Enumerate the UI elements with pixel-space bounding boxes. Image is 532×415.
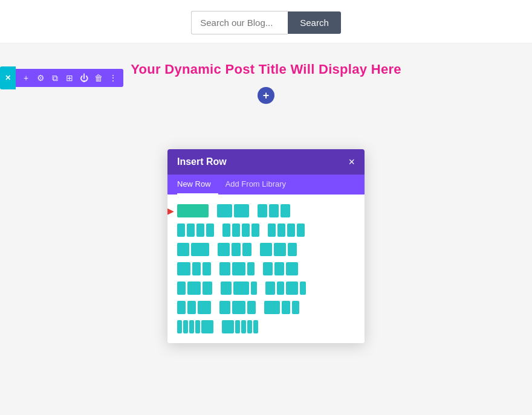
layout-cell bbox=[217, 204, 232, 217]
layout-2col[interactable] bbox=[217, 204, 249, 217]
step-arrow: ▶ bbox=[167, 206, 174, 216]
layout-cell bbox=[287, 224, 295, 237]
layout-cell bbox=[191, 243, 209, 256]
layout-cell bbox=[242, 243, 251, 256]
layout-cell bbox=[300, 281, 306, 295]
layout-row-5 bbox=[177, 281, 355, 295]
search-button[interactable]: Search bbox=[288, 11, 341, 34]
layout-cell bbox=[292, 301, 299, 314]
layout-cell bbox=[177, 204, 209, 217]
layout-cell bbox=[189, 320, 194, 333]
layout-cell bbox=[242, 224, 250, 237]
popup-header: Insert Row × bbox=[167, 149, 365, 175]
layout-cell bbox=[286, 262, 298, 275]
search-input[interactable] bbox=[191, 11, 288, 34]
layout-cell bbox=[206, 224, 214, 237]
layout-row6-b[interactable] bbox=[219, 301, 256, 314]
layout-mixed-a[interactable] bbox=[177, 243, 209, 256]
layout-cell bbox=[265, 281, 275, 295]
layout-row5-b[interactable] bbox=[221, 281, 257, 295]
layout-row6-a[interactable] bbox=[177, 301, 211, 314]
layout-cell bbox=[187, 301, 196, 314]
layout-row7-a[interactable] bbox=[177, 320, 213, 333]
layout-3col[interactable] bbox=[258, 204, 290, 217]
layout-cell bbox=[232, 301, 245, 314]
layout-row4-c[interactable] bbox=[263, 262, 298, 275]
settings-icon[interactable]: ⚙ bbox=[35, 72, 46, 83]
layout-cell bbox=[253, 320, 258, 333]
insert-row-trigger: + bbox=[12, 87, 520, 104]
layout-row5-c[interactable] bbox=[265, 281, 306, 295]
layout-cell bbox=[251, 224, 259, 237]
layout-1col-wrapper: 1 ▶ bbox=[177, 204, 209, 217]
layout-4col-c[interactable] bbox=[268, 224, 305, 237]
layout-cell bbox=[201, 320, 213, 333]
layout-cell bbox=[198, 301, 211, 314]
tab-new-row[interactable]: New Row bbox=[177, 175, 218, 195]
add-icon[interactable]: + bbox=[21, 72, 31, 83]
layout-cell bbox=[277, 281, 284, 295]
layout-cell bbox=[221, 281, 232, 295]
layout-cell bbox=[177, 262, 190, 275]
layout-cell bbox=[234, 204, 249, 217]
toolbar-icons-group: + ⚙ ⧉ ⊞ ⏻ 🗑 ⋮ bbox=[16, 69, 123, 87]
layout-4col-b[interactable] bbox=[222, 224, 259, 237]
layout-cell bbox=[218, 243, 230, 256]
layout-cell bbox=[264, 301, 280, 314]
layout-row6-c[interactable] bbox=[264, 301, 299, 314]
layout-cell bbox=[203, 281, 212, 295]
delete-icon[interactable]: 🗑 bbox=[93, 72, 104, 83]
layout-mixed-b[interactable] bbox=[218, 243, 251, 256]
layout-cell bbox=[196, 224, 204, 237]
layout-cell bbox=[232, 243, 241, 256]
layout-cell bbox=[177, 243, 189, 256]
toolbar-tab-icon: ✕ bbox=[5, 74, 11, 82]
popup-tabs: New Row Add From Library bbox=[167, 175, 365, 195]
layout-cell bbox=[187, 224, 195, 237]
layout-cell bbox=[177, 281, 186, 295]
layout-1col[interactable] bbox=[177, 204, 209, 217]
layout-cell bbox=[222, 320, 234, 333]
popup-title: Insert Row bbox=[177, 156, 227, 167]
layout-row-1: 1 ▶ bbox=[177, 204, 355, 217]
insert-row-popup: Insert Row × New Row Add From Library 1 … bbox=[167, 149, 365, 343]
popup-close-button[interactable]: × bbox=[348, 156, 355, 167]
grid-icon[interactable]: ⊞ bbox=[64, 72, 75, 83]
layout-cell bbox=[286, 281, 298, 295]
toolbar-left-tab[interactable]: ✕ bbox=[0, 66, 16, 89]
layout-cell bbox=[297, 224, 305, 237]
popup-body: 1 ▶ bbox=[167, 195, 365, 343]
header-bar: Search bbox=[0, 0, 532, 43]
layout-cell bbox=[251, 281, 257, 295]
layout-cell bbox=[247, 262, 255, 275]
layout-cell bbox=[222, 224, 230, 237]
layout-row7-b[interactable] bbox=[222, 320, 258, 333]
layout-cell bbox=[233, 281, 249, 295]
layout-4col-a[interactable] bbox=[177, 224, 214, 237]
layout-cell bbox=[281, 204, 290, 217]
more-icon[interactable]: ⋮ bbox=[108, 72, 118, 83]
layout-row-2 bbox=[177, 224, 355, 237]
floating-toolbar: ✕ + ⚙ ⧉ ⊞ ⏻ 🗑 ⋮ bbox=[0, 66, 123, 89]
layout-cell bbox=[274, 243, 286, 256]
layout-cell bbox=[183, 320, 188, 333]
layout-row4-a[interactable] bbox=[177, 262, 211, 275]
layout-cell bbox=[232, 262, 245, 275]
insert-row-button[interactable]: + bbox=[258, 87, 274, 104]
layout-cell bbox=[277, 224, 285, 237]
layout-cell bbox=[288, 243, 297, 256]
layout-row5-a[interactable] bbox=[177, 281, 212, 295]
layout-cell bbox=[219, 262, 230, 275]
tab-add-from-library[interactable]: Add From Library bbox=[225, 175, 293, 195]
duplicate-icon[interactable]: ⧉ bbox=[50, 72, 60, 83]
layout-cell bbox=[282, 301, 290, 314]
layout-row4-b[interactable] bbox=[219, 262, 255, 275]
layout-cell bbox=[235, 320, 240, 333]
layout-cell bbox=[187, 281, 201, 295]
layout-mixed-c[interactable] bbox=[260, 243, 297, 256]
power-icon[interactable]: ⏻ bbox=[79, 72, 89, 83]
layout-row-3 bbox=[177, 243, 355, 256]
layout-cell bbox=[247, 301, 256, 314]
layout-cell bbox=[177, 224, 185, 237]
layout-cell bbox=[260, 243, 272, 256]
